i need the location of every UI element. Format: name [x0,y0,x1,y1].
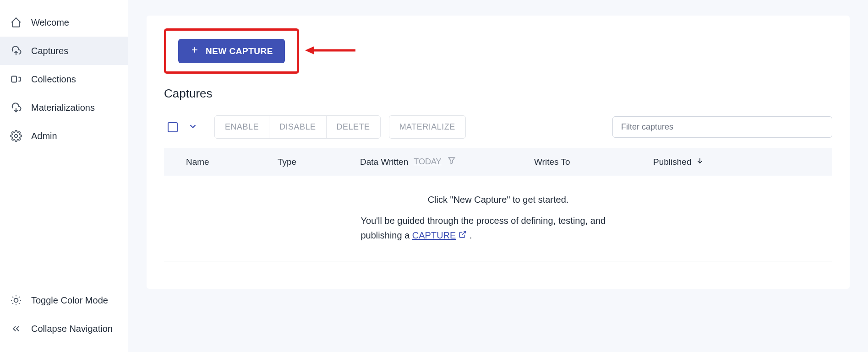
svg-marker-4 [305,46,314,54]
capture-link-label: CAPTURE [412,228,456,243]
svg-point-2 [14,298,18,303]
table-header: Name Type Data Written TODAY Writes To P… [164,148,832,176]
sidebar-item-admin[interactable]: Admin [0,122,128,150]
gear-icon [9,129,23,143]
select-all-group [164,121,198,133]
empty-description: You'll be guided through the process of … [361,213,636,243]
sidebar-bottom: Toggle Color Mode Collapse Navigation [0,286,128,352]
sidebar: Welcome Captures Collections Materializa… [0,0,128,352]
col-data-written[interactable]: Data Written TODAY [360,156,534,168]
sort-down-icon [696,157,704,167]
svg-rect-0 [11,76,16,82]
enable-button[interactable]: ENABLE [215,116,269,138]
arrow-annotation-icon [305,43,355,59]
filter-icon[interactable] [447,156,456,168]
main-content: NEW CAPTURE Captures ENABLE DISABLE DELE… [128,0,868,352]
col-published-label: Published [653,157,691,167]
sidebar-item-welcome[interactable]: Welcome [0,8,128,37]
svg-point-1 [15,135,18,138]
new-capture-button[interactable]: NEW CAPTURE [178,39,285,63]
sidebar-item-color-mode[interactable]: Toggle Color Mode [0,286,128,314]
col-type[interactable]: Type [278,157,360,167]
sidebar-item-label: Materializations [31,103,95,113]
filter-captures-input[interactable] [612,116,832,138]
delete-button[interactable]: DELETE [327,116,380,138]
captures-card: NEW CAPTURE Captures ENABLE DISABLE DELE… [147,16,850,289]
home-icon [9,16,23,29]
sidebar-item-label: Captures [31,46,68,56]
select-all-dropdown[interactable] [188,121,198,133]
annotation-highlight: NEW CAPTURE [164,28,299,74]
chevrons-left-icon [9,322,23,336]
sidebar-item-collapse[interactable]: Collapse Navigation [0,314,128,343]
sidebar-item-captures[interactable]: Captures [0,37,128,65]
sidebar-item-collections[interactable]: Collections [0,65,128,93]
cloud-download-icon [9,101,23,114]
col-writes-to[interactable]: Writes To [534,157,653,167]
today-filter[interactable]: TODAY [414,157,441,167]
toolbar: ENABLE DISABLE DELETE MATERIALIZE [164,115,832,139]
cloud-upload-icon [9,44,23,58]
plus-icon [190,45,199,57]
sidebar-item-label: Toggle Color Mode [31,295,108,306]
capture-link[interactable]: CAPTURE [412,228,467,243]
disable-button[interactable]: DISABLE [269,116,327,138]
empty-state: Click "New Capture" to get started. You'… [164,176,832,261]
col-name[interactable]: Name [186,157,278,167]
sidebar-top: Welcome Captures Collections Materializa… [0,0,128,286]
empty-desc-part1: You'll be guided through the process of … [361,216,606,240]
collections-icon [9,72,23,86]
sidebar-item-label: Welcome [31,17,69,28]
sidebar-item-label: Collections [31,74,76,85]
sidebar-item-label: Collapse Navigation [31,324,113,334]
sidebar-item-label: Admin [31,131,57,141]
action-button-group: ENABLE DISABLE DELETE [214,115,381,139]
page-title: Captures [164,87,832,101]
external-link-icon [459,228,467,243]
sidebar-item-materializations[interactable]: Materializations [0,93,128,122]
select-all-checkbox[interactable] [168,122,178,132]
materialize-button[interactable]: MATERIALIZE [389,115,466,139]
sun-icon [9,293,23,307]
new-capture-label: NEW CAPTURE [206,46,273,56]
empty-title: Click "New Capture" to get started. [173,195,823,205]
empty-desc-part2: . [469,230,472,240]
col-published[interactable]: Published [653,157,704,167]
col-data-written-label: Data Written [360,157,408,167]
